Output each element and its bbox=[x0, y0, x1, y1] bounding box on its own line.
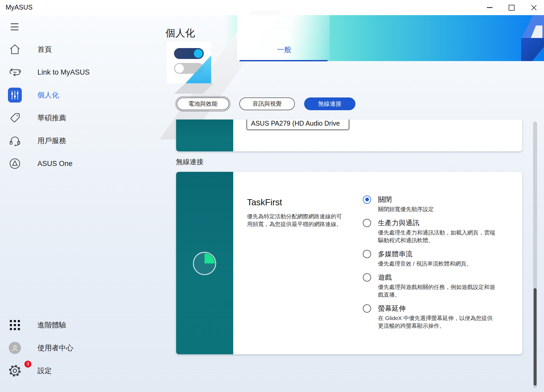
option-off: 關閉 關閉頻寬優先順序設定 bbox=[363, 195, 490, 213]
option-gaming-description: 優先處理與遊戲相關的任務，例如遊戲設定和遊戲直播。 bbox=[378, 283, 496, 299]
sidebar-bottom-nav: 進階體驗 使用者中心 3 設定 bbox=[0, 314, 125, 382]
sliders-icon bbox=[8, 88, 22, 102]
settings-badge: 3 bbox=[24, 361, 31, 368]
filter-battery-performance[interactable]: 電池與效能 bbox=[177, 97, 229, 110]
taskfirst-card: TaskFirst 優先為特定活動分配網際網路連線的可用頻寬，為您提供最平穩的網… bbox=[176, 172, 522, 354]
sidebar-item-user-center[interactable]: 使用者中心 bbox=[0, 336, 125, 359]
radio-icon[interactable] bbox=[363, 273, 371, 282]
sidebar-item-link-to-myasus[interactable]: Link to MyASUS bbox=[0, 61, 125, 84]
option-off-radio-row[interactable]: 關閉 bbox=[363, 195, 490, 204]
sidebar-item-asus-one[interactable]: ASUS One bbox=[0, 152, 125, 175]
asus-one-icon bbox=[8, 157, 22, 171]
pie-chart-icon bbox=[192, 251, 217, 276]
minimize-icon bbox=[487, 7, 492, 8]
tab-general[interactable]: 一般 bbox=[240, 15, 328, 60]
personalization-illustration bbox=[167, 42, 211, 83]
option-productivity-radio-row[interactable]: 生產力與通訊 bbox=[363, 218, 490, 227]
option-off-description: 關閉頻寬優先順序設定 bbox=[378, 205, 496, 213]
radio-icon[interactable] bbox=[363, 219, 371, 227]
filter-wireless[interactable]: 無線連接 bbox=[304, 97, 355, 110]
minimize-button[interactable] bbox=[481, 0, 498, 15]
option-media-streaming-description: 優先處理音效 / 視訊串流軟體和網頁。 bbox=[378, 260, 496, 267]
maximize-icon bbox=[509, 5, 515, 11]
taskfirst-description: 優先為特定活動分配網際網路連線的可用頻寬，為您提供最平穩的網路連線。 bbox=[247, 212, 346, 228]
radio-icon[interactable] bbox=[363, 304, 371, 313]
option-screen-extend-description: 在 GlideX 中優先選擇螢幕延伸，以便為您提供更流暢的跨螢幕顯示操作。 bbox=[378, 314, 496, 330]
audio-card-teal-panel bbox=[176, 120, 233, 151]
grid-icon bbox=[8, 318, 22, 332]
close-icon bbox=[531, 5, 537, 11]
taskfirst-title: TaskFirst bbox=[247, 197, 282, 207]
gear-icon: 3 bbox=[8, 364, 22, 378]
wireless-section-title: 無線連接 bbox=[176, 157, 203, 167]
audio-device-select[interactable]: ASUS PA279 (HD Audio Drive bbox=[246, 120, 349, 130]
tag-icon bbox=[8, 111, 22, 125]
option-media-streaming: 多媒體串流 優先處理音效 / 視訊串流軟體和網頁。 bbox=[363, 249, 490, 267]
sidebar-item-customer-support[interactable]: 用戶服務 bbox=[0, 129, 125, 152]
option-screen-extend-radio-row[interactable]: 螢幕延伸 bbox=[363, 304, 490, 313]
option-productivity-description: 優先處理生產力和通訊活動，如載入網頁，雲端驅動程式和通訊軟體。 bbox=[378, 229, 496, 244]
headset-icon bbox=[8, 134, 22, 148]
taskfirst-options: 關閉 關閉頻寬優先順序設定 生產力與通訊 優先處理生產力和通訊活動，如載入網頁，… bbox=[363, 195, 490, 335]
sidebar-item-asus-recommended[interactable]: 華碩推薦 bbox=[0, 106, 125, 129]
sidebar-item-home[interactable]: 首頁 bbox=[0, 38, 125, 61]
option-gaming: 遊戲 優先處理與遊戲相關的任務，例如遊戲設定和遊戲直播。 bbox=[363, 273, 490, 299]
taskfirst-teal-panel bbox=[176, 172, 233, 354]
tab-active-underline bbox=[240, 60, 328, 61]
filter-audio-visual[interactable]: 音訊與視覺 bbox=[239, 97, 295, 110]
avatar-icon bbox=[8, 341, 22, 355]
sidebar-item-settings[interactable]: 3 設定 bbox=[0, 359, 125, 382]
hamburger-menu-button[interactable] bbox=[11, 23, 19, 30]
sidebar-nav: 首頁 Link to MyASUS 個人化 bbox=[0, 38, 125, 175]
toggle-on-illustration bbox=[174, 48, 204, 59]
audio-settings-card: ASUS PA279 (HD Audio Drive bbox=[176, 120, 522, 151]
app-title: MyASUS bbox=[6, 3, 32, 11]
option-media-streaming-radio-row[interactable]: 多媒體串流 bbox=[363, 249, 490, 258]
radio-icon[interactable] bbox=[363, 250, 371, 258]
page-title: 個人化 bbox=[165, 27, 195, 40]
close-button[interactable] bbox=[525, 0, 542, 15]
sidebar-item-personalization[interactable]: 個人化 bbox=[0, 84, 125, 106]
tab-general-label: 一般 bbox=[277, 45, 291, 54]
link-sync-icon bbox=[8, 65, 22, 79]
home-icon bbox=[8, 42, 22, 56]
maximize-button[interactable] bbox=[503, 0, 520, 15]
option-gaming-radio-row[interactable]: 遊戲 bbox=[363, 273, 490, 282]
option-screen-extend: 螢幕延伸 在 GlideX 中優先選擇螢幕延伸，以便為您提供更流暢的跨螢幕顯示操… bbox=[363, 304, 490, 330]
radio-selected-icon[interactable] bbox=[363, 195, 371, 204]
option-productivity: 生產力與通訊 優先處理生產力和通訊活動，如載入網頁，雲端驅動程式和通訊軟體。 bbox=[363, 218, 490, 244]
sidebar-item-advanced-experience[interactable]: 進階體驗 bbox=[0, 314, 125, 336]
vertical-scrollbar-thumb[interactable] bbox=[534, 288, 537, 386]
